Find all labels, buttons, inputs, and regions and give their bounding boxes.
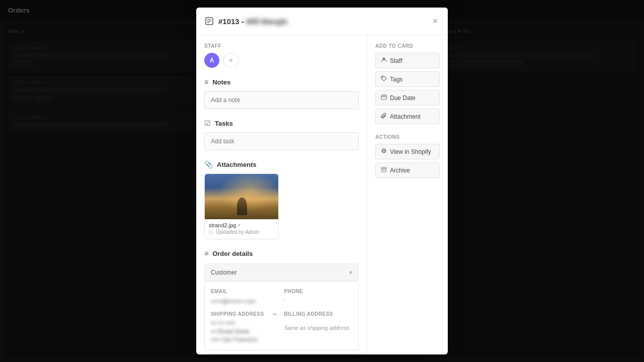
- filename-caret: ▾: [238, 223, 240, 228]
- due-date-sidebar-button[interactable]: Due Date: [375, 90, 440, 106]
- customer-chevron: ▾: [349, 269, 352, 276]
- attachment-footer: strand2.jpg ▾ ⓘ Uploaded by Admin: [205, 219, 278, 239]
- staff-sidebar-button[interactable]: Staff: [375, 53, 440, 68]
- billing-address: BILLING ADDRESS Same as shipping address: [284, 311, 353, 344]
- order-details-title: Order details: [212, 250, 253, 257]
- view-shopify-button[interactable]: View in Shopify: [375, 144, 440, 159]
- attachments-section: 📎 Attachments strand2.jpg ▾: [204, 160, 359, 239]
- order-details-header: ≡ Order details: [204, 249, 359, 257]
- staff-row: A +: [204, 53, 359, 68]
- shipping-line-2: ••• Broad Street: [211, 327, 279, 336]
- phone-value: -: [284, 296, 353, 302]
- address-section: SHIPPING ADDRESS ✏ ••• ••• ••••• ••• Bro…: [211, 311, 352, 344]
- shipping-address: SHIPPING ADDRESS ✏ ••• ••• ••••• ••• Bro…: [211, 311, 279, 344]
- attachment-card: strand2.jpg ▾ ⓘ Uploaded by Admin: [204, 173, 279, 239]
- customer-expanded: EMAIL ••••••@••••••••.com PHONE - SHIPPI…: [204, 283, 359, 350]
- staff-sidebar-label: Staff: [390, 57, 402, 64]
- attachments-icon: 📎: [204, 160, 213, 168]
- add-staff-button[interactable]: +: [223, 53, 238, 68]
- modal-overlay[interactable]: #1013 - Will Mangle × STAFF A +: [0, 0, 644, 362]
- modal-body: STAFF A + ≡ Notes: [196, 35, 448, 354]
- order-details-icon: ≡: [204, 249, 208, 257]
- order-modal: #1013 - Will Mangle × STAFF A +: [196, 8, 448, 354]
- attachments-title: Attachments: [217, 161, 257, 168]
- modal-header: #1013 - Will Mangle ×: [196, 8, 448, 35]
- notes-section: ≡ Notes: [204, 78, 359, 109]
- archive-button[interactable]: Archive: [375, 162, 440, 178]
- order-details-section: ≡ Order details Customer ▾ EMAIL •••: [204, 249, 359, 354]
- order-icon: [204, 16, 214, 26]
- phone-field: PHONE -: [284, 289, 353, 305]
- staff-section: STAFF A +: [204, 43, 359, 68]
- email-value: ••••••@••••••••.com: [211, 298, 256, 304]
- notes-header: ≡ Notes: [204, 78, 359, 86]
- tasks-icon: ☑: [204, 119, 211, 127]
- task-input[interactable]: [204, 132, 359, 150]
- svg-rect-6: [381, 95, 386, 100]
- customer-collapsible[interactable]: Customer ▾: [204, 263, 359, 282]
- archive-label: Archive: [390, 167, 410, 174]
- shipping-line-3: ••••• San Francisco: [211, 335, 279, 344]
- add-to-card-section: ADD TO CARD Staff Tags: [375, 43, 440, 124]
- notes-input[interactable]: [204, 91, 359, 109]
- products-collapsible[interactable]: Products ›: [204, 353, 359, 355]
- view-shopify-label: View in Shopify: [390, 148, 431, 155]
- attachment-uploader: ⓘ Uploaded by Admin: [209, 229, 274, 236]
- actions-title: ACTIONS: [375, 134, 440, 140]
- modal-sidebar: ADD TO CARD Staff Tags: [367, 35, 448, 354]
- attachments-header: 📎 Attachments: [204, 160, 359, 168]
- attachment-image: [205, 174, 279, 219]
- tags-sidebar-label: Tags: [390, 76, 403, 83]
- tasks-section: ☑ Tasks: [204, 119, 359, 150]
- add-to-card-title: ADD TO CARD: [375, 43, 440, 49]
- attachment-sidebar-icon: [381, 113, 387, 120]
- actions-section: ACTIONS View in Shopify Archive: [375, 134, 440, 178]
- tags-sidebar-icon: [381, 75, 387, 83]
- shipping-line-1: ••• ••• •••••: [211, 319, 279, 327]
- email-field: EMAIL ••••••@••••••••.com: [211, 289, 279, 305]
- customer-label: Customer: [211, 269, 237, 276]
- tasks-title: Tasks: [215, 120, 233, 127]
- svg-rect-13: [381, 167, 386, 169]
- svg-point-5: [382, 77, 383, 78]
- tasks-header: ☑ Tasks: [204, 119, 359, 127]
- attachment-filename: strand2.jpg ▾: [209, 222, 274, 228]
- avatar: A: [204, 53, 219, 68]
- modal-main: STAFF A + ≡ Notes: [196, 35, 367, 354]
- modal-title: #1013 - Will Mangle: [218, 17, 287, 26]
- archive-icon: [381, 166, 387, 174]
- due-date-sidebar-label: Due Date: [390, 95, 416, 102]
- notes-icon: ≡: [204, 78, 208, 86]
- notes-title: Notes: [212, 78, 230, 86]
- shipping-edit-icon[interactable]: ✏: [273, 311, 277, 318]
- close-button[interactable]: ×: [430, 15, 440, 28]
- billing-same-text: Same as shipping address: [284, 325, 353, 331]
- due-date-sidebar-icon: [381, 94, 387, 102]
- attachment-sidebar-button[interactable]: Attachment: [375, 109, 440, 124]
- view-shopify-icon: [381, 148, 387, 155]
- staff-label: STAFF: [204, 43, 359, 49]
- staff-sidebar-icon: [381, 57, 387, 64]
- customer-contact-grid: EMAIL ••••••@••••••••.com PHONE -: [211, 289, 352, 305]
- attachment-sidebar-label: Attachment: [390, 113, 421, 120]
- tags-sidebar-button[interactable]: Tags: [375, 71, 440, 87]
